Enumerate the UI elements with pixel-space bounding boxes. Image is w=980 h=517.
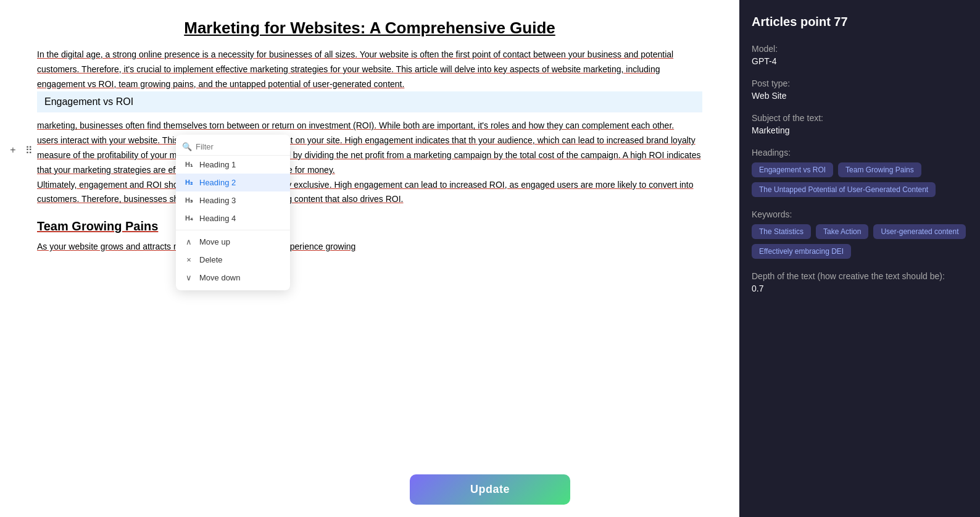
tag-team-growing-pains: Team Growing Pains — [838, 162, 921, 177]
article-body1: marketing, businesses often find themsel… — [37, 119, 702, 133]
sidebar-keywords-label: Keywords: — [752, 209, 968, 219]
sidebar-model-value: GPT-4 — [752, 56, 968, 66]
sidebar-subject-value: Marketing — [752, 125, 968, 135]
dropdown-item-heading3[interactable]: H₃ Heading 3 — [176, 191, 290, 209]
move-up-label: Move up — [199, 237, 283, 246]
sidebar-depth-label: Depth of the text (how creative the text… — [752, 271, 968, 281]
dropdown-filter-input[interactable] — [196, 142, 284, 151]
main-editor: Marketing for Websites: A Comprehensive … — [0, 0, 739, 517]
drag-handle-button[interactable]: ⠿ — [22, 143, 36, 157]
sidebar-keywords-field: Keywords: The Statistics Take Action Use… — [752, 209, 968, 259]
dropdown-item-delete[interactable]: × Delete — [176, 251, 290, 269]
h3-icon: H₃ — [183, 196, 194, 204]
sidebar-subject-label: Subject of the text: — [752, 113, 968, 123]
article-title: Marketing for Websites: A Comprehensive … — [37, 19, 702, 38]
article-body2: users interact with your website. This c… — [37, 133, 702, 148]
sidebar-title: Articles point 77 — [752, 15, 968, 29]
delete-icon: × — [183, 255, 194, 264]
tag-take-action: Take Action — [816, 224, 868, 239]
sidebar-keywords-tags: The Statistics Take Action User-generate… — [752, 224, 968, 259]
article-body3: measure of the profitability of your mar… — [37, 148, 702, 178]
tag-user-generated-content: The Untapped Potential of User-Generated… — [752, 182, 936, 197]
tag-engagement-roi: Engagement vs ROI — [752, 162, 833, 177]
article-body4: Ultimately, engagement and ROI should no… — [37, 178, 702, 208]
heading2-label: Heading 2 — [199, 178, 283, 187]
sidebar-headings-label: Headings: — [752, 148, 968, 158]
dropdown-item-heading2[interactable]: H₂ Heading 2 — [176, 174, 290, 191]
sidebar-post-type-label: Post type: — [752, 78, 968, 88]
heading1-label: Heading 1 — [199, 160, 283, 169]
tag-effectively-embracing-dei: Effectively embracing DEI — [752, 244, 851, 259]
dropdown-item-move-up[interactable]: ∧ Move up — [176, 233, 290, 251]
sidebar-post-type-field: Post type: Web Site — [752, 78, 968, 101]
sidebar-post-type-value: Web Site — [752, 91, 968, 101]
dropdown-search-row: 🔍 — [176, 138, 290, 156]
block-action-row: + ⠿ — [6, 143, 36, 157]
search-icon: 🔍 — [182, 142, 192, 151]
update-btn-container: Update — [410, 474, 570, 505]
add-block-button[interactable]: + — [6, 143, 20, 157]
h1-icon: H₁ — [183, 161, 194, 169]
h4-icon: H₄ — [183, 214, 194, 222]
sidebar-model-field: Model: GPT-4 — [752, 44, 968, 66]
heading3-label: Heading 3 — [199, 196, 283, 205]
sidebar-depth-field: Depth of the text (how creative the text… — [752, 271, 968, 293]
move-down-icon: ∨ — [183, 273, 194, 282]
dropdown-item-heading4[interactable]: H₄ Heading 4 — [176, 209, 290, 227]
team-growing-pains-heading: Team Growing Pains — [37, 219, 702, 233]
sidebar-headings-tags: Engagement vs ROI Team Growing Pains The… — [752, 162, 968, 197]
update-button[interactable]: Update — [410, 474, 570, 505]
heading-dropdown-menu: 🔍 H₁ Heading 1 H₂ Heading 2 H₃ Heading 3… — [176, 135, 290, 290]
highlighted-heading-block: Engagement vs ROI — [37, 91, 702, 112]
sidebar-model-label: Model: — [752, 44, 968, 54]
delete-label: Delete — [199, 255, 283, 264]
move-up-icon: ∧ — [183, 237, 194, 246]
article-team-body: As your website grows and attracts more … — [37, 240, 702, 254]
h2-icon: H₂ — [183, 179, 194, 187]
sidebar: Articles point 77 Model: GPT-4 Post type… — [739, 0, 980, 517]
sidebar-depth-value: 0.7 — [752, 284, 968, 293]
sidebar-headings-field: Headings: Engagement vs ROI Team Growing… — [752, 148, 968, 197]
move-down-label: Move down — [199, 273, 283, 282]
tag-statistics: The Statistics — [752, 224, 811, 239]
dropdown-divider — [176, 230, 290, 230]
sidebar-subject-field: Subject of the text: Marketing — [752, 113, 968, 135]
tag-user-generated-content-kw: User-generated content — [873, 224, 966, 239]
heading4-label: Heading 4 — [199, 214, 283, 223]
dropdown-item-heading1[interactable]: H₁ Heading 1 — [176, 156, 290, 174]
dropdown-item-move-down[interactable]: ∨ Move down — [176, 269, 290, 287]
highlighted-heading-text: Engagement vs ROI — [44, 96, 133, 107]
article-intro: In the digital age, a strong online pres… — [37, 48, 702, 91]
